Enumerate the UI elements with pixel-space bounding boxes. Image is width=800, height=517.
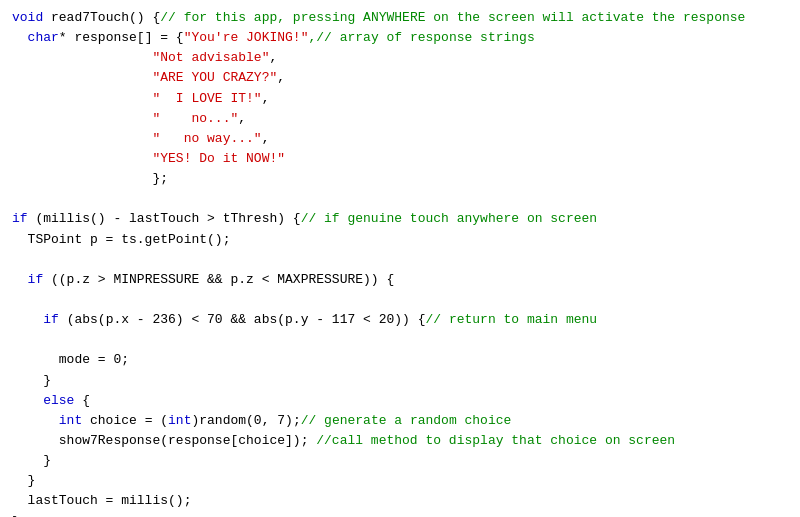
line-3: "Not advisable", [12,48,788,68]
comment: // for this app, pressing ANYWHERE on th… [160,10,745,25]
line-4: "ARE YOU CRAZY?", [12,68,788,88]
line-9: }; [12,169,788,189]
string: " I LOVE IT!" [152,91,261,106]
code-text [12,272,28,287]
code-text [12,312,43,327]
line-15 [12,290,788,310]
line-17 [12,330,788,350]
keyword: if [12,211,28,226]
line-2: char* response[] = {"You're JOKING!",// … [12,28,788,48]
code-text [12,191,20,206]
line-23: } [12,451,788,471]
string: "You're JOKING!" [184,30,309,45]
code-text [12,252,20,267]
code-text [12,70,152,85]
code-text: (millis() - lastTouch > tThresh) { [28,211,301,226]
code-text [12,91,152,106]
code-text: , 7); [262,413,301,428]
line-10 [12,189,788,209]
line-18: mode = 0; [12,350,788,370]
code-text [12,131,152,146]
keyword: char [28,30,59,45]
line-14: if ((p.z > MINPRESSURE && p.z < MAXPRESS… [12,270,788,290]
line-24: } [12,471,788,491]
keyword: if [28,272,44,287]
code-text: choice = ( [82,413,168,428]
line-25: lastTouch = millis(); [12,491,788,511]
code-text [12,393,43,408]
code-text [12,50,152,65]
line-12: TSPoint p = ts.getPoint(); [12,230,788,250]
line-6: " no...", [12,109,788,129]
string: " no..." [152,111,238,126]
keyword: int [168,413,191,428]
code-text [12,151,152,166]
code-text: , [277,70,285,85]
keyword: if [43,312,59,327]
line-5: " I LOVE IT!", [12,89,788,109]
comment: // return to main menu [426,312,598,327]
line-26: } [12,512,788,517]
code-text: lastTouch = millis(); [12,493,191,508]
code-text: , [262,131,270,146]
code-text: )random(0 [191,413,261,428]
code-text: show7Response(response[choice]); [12,433,316,448]
code-text: , [269,50,277,65]
code-text: read7Touch() { [43,10,160,25]
comment: ,// array of response strings [308,30,534,45]
string: "YES! Do it NOW!" [152,151,285,166]
code-text [12,292,20,307]
code-text [12,111,152,126]
keyword: else [43,393,74,408]
code-text: } [12,514,20,517]
line-22: show7Response(response[choice]); //call … [12,431,788,451]
line-11: if (millis() - lastTouch > tThresh) {// … [12,209,788,229]
line-7: " no way...", [12,129,788,149]
code-text: } [12,473,35,488]
code-text: * response[] = { [59,30,184,45]
code-text: , [238,111,246,126]
code-text [12,332,20,347]
line-1: void read7Touch() {// for this app, pres… [12,8,788,28]
code-editor: void read7Touch() {// for this app, pres… [0,0,800,517]
keyword: int [59,413,82,428]
comment: // generate a random choice [301,413,512,428]
code-text: TSPoint p = ts.getPoint(); [12,232,230,247]
code-text: , [262,91,270,106]
code-text: { [74,393,90,408]
line-19: } [12,371,788,391]
line-13 [12,250,788,270]
line-16: if (abs(p.x - 236) < 70 && abs(p.y - 117… [12,310,788,330]
string: "ARE YOU CRAZY?" [152,70,277,85]
code-text [12,413,59,428]
line-21: int choice = (int)random(0, 7);// genera… [12,411,788,431]
keyword: void [12,10,43,25]
line-20: else { [12,391,788,411]
string: "Not advisable" [152,50,269,65]
code-text: (abs(p.x - 236) < 70 && abs(p.y - 117 < … [59,312,426,327]
string: " no way..." [152,131,261,146]
comment: // if genuine touch anywhere on screen [301,211,597,226]
code-text: } [12,453,51,468]
code-text: } [12,373,51,388]
line-8: "YES! Do it NOW!" [12,149,788,169]
code-text [12,30,28,45]
code-text: }; [12,171,168,186]
code-text: ((p.z > MINPRESSURE && p.z < MAXPRESSURE… [43,272,394,287]
comment: //call method to display that choice on … [316,433,675,448]
code-text: mode = 0; [12,352,129,367]
